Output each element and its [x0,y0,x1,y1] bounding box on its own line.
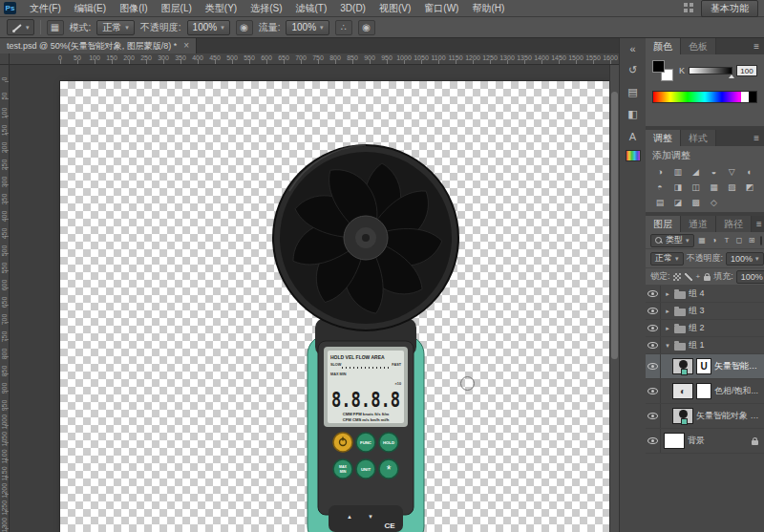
expand-caret-icon[interactable]: ▸ [664,308,671,315]
visibility-toggle[interactable] [646,354,661,378]
properties-panel-icon[interactable]: ▤ [624,84,643,100]
brush-panel-toggle-icon[interactable]: ▦ [47,20,64,35]
layer-name[interactable]: 背景 [688,435,745,447]
layer-filter-type-select[interactable]: 类型 ▾ [650,234,694,247]
vibrance-icon[interactable]: ▽ [723,164,740,179]
color-lookup-icon[interactable]: ▨ [723,180,740,194]
layer-mask-thumbnail[interactable]: U [696,358,711,374]
lock-position-icon[interactable]: + [696,273,701,281]
layer-name[interactable]: 矢量智能对... [714,360,764,372]
k-channel-slider[interactable] [689,67,732,74]
tab-color-1[interactable]: 颜色 [646,38,681,54]
gradient-map-icon[interactable]: ▩ [688,195,705,209]
layer-name[interactable]: 组 2 [689,322,764,334]
posterize-icon[interactable]: ▤ [651,195,668,209]
layer-row-smart-object-copy[interactable]: 矢量智能对象 拷贝 7 [646,404,764,429]
document-tab[interactable]: test.psd @ 50%(矢量智能对象, 图层蒙版/8) * × [0,38,197,53]
menu-item[interactable]: 选择(S) [244,0,288,17]
layer-name[interactable]: 组 1 [689,339,764,351]
menu-item[interactable]: 编辑(E) [68,0,113,17]
layer-filter-toggle[interactable] [760,236,762,245]
tab-color-2[interactable]: 色板 [681,38,716,54]
canvas-pasteboard[interactable]: HOLD VEL FLOW AREA SLOW FAST MAX MIN ×10… [10,65,619,532]
panel-menu-icon[interactable]: ≡ [752,216,764,232]
slider-handle-icon[interactable] [729,74,734,78]
layer-row-group-2[interactable]: ▸ 组 2 [646,320,764,337]
visibility-toggle[interactable] [646,320,661,336]
visibility-toggle[interactable] [646,337,661,353]
collapse-caret-icon[interactable]: ▾ [664,342,671,350]
menu-item[interactable]: 图像(I) [113,0,154,17]
black-white-icon[interactable]: ◨ [669,180,687,194]
layer-thumbnail[interactable] [672,358,693,374]
expand-panels-icon[interactable]: « [624,40,643,56]
layer-blend-mode-select[interactable]: 正常 ▾ [650,252,684,266]
visibility-toggle[interactable] [646,429,661,453]
tool-preset-picker[interactable]: ▾ [7,19,34,35]
expand-caret-icon[interactable]: ▸ [664,290,671,298]
menu-item[interactable]: 文件(F) [23,0,68,17]
tab-adjust-1[interactable]: 调整 [646,130,681,146]
visibility-toggle[interactable] [646,303,661,319]
menu-item[interactable]: 图层(L) [155,0,199,17]
threshold-icon[interactable]: ◪ [669,195,687,209]
foreground-color-swatch[interactable] [652,60,665,73]
hue-saturation-icon[interactable]: ◐ [741,164,758,179]
layer-name[interactable]: 矢量智能对象 拷贝 7 [696,410,764,422]
menu-item[interactable]: 窗口(W) [417,0,465,17]
airbrush-icon[interactable]: ∴ [335,20,352,35]
lock-all-icon[interactable] [704,276,711,281]
menu-item[interactable]: 视图(V) [372,0,417,17]
filter-type-layers-icon[interactable]: T [722,234,732,246]
tab-layers-2[interactable]: 通道 [681,216,716,232]
info-panel-icon[interactable]: ◧ [624,106,643,122]
pressure-size-icon[interactable]: ◉ [358,20,375,35]
visibility-toggle[interactable] [646,379,661,403]
layer-thumbnail[interactable] [664,433,685,449]
app-logo-icon[interactable]: Ps [4,2,16,14]
filter-shape-layers-icon[interactable]: ◻ [734,234,745,246]
tab-adjust-2[interactable]: 样式 [681,130,716,146]
character-panel-icon[interactable]: A [624,128,643,144]
curves-icon[interactable]: ◢ [688,164,705,179]
workspace-grid-icon[interactable] [684,3,694,13]
menu-item[interactable]: 滤镜(T) [289,0,334,17]
menu-item[interactable]: 帮助(H) [465,0,511,17]
panel-menu-icon[interactable]: ≡ [749,130,764,146]
levels-icon[interactable]: ▥ [669,164,687,179]
photo-filter-icon[interactable]: ◫ [688,180,705,194]
exposure-icon[interactable]: ◒ [706,164,723,179]
filter-pixel-layers-icon[interactable]: ▦ [697,234,708,246]
filter-adjustment-layers-icon[interactable]: ◑ [710,234,720,246]
layer-mask-thumbnail[interactable] [696,383,711,399]
brush-mode-select[interactable]: 正常 ▾ [96,20,135,35]
menu-item[interactable]: 3D(D) [333,0,372,17]
channel-mixer-icon[interactable]: ▦ [706,180,723,194]
layer-row-group-4[interactable]: ▸ 组 4 [646,286,764,303]
layer-row-group-1[interactable]: ▾ 组 1 [646,337,764,354]
brightness-contrast-icon[interactable]: ◑ [651,164,668,179]
close-icon[interactable]: × [183,41,189,51]
document-canvas[interactable]: HOLD VEL FLOW AREA SLOW FAST MAX MIN ×10… [60,81,609,532]
scrollbar-thumb[interactable] [611,92,618,359]
flow-input[interactable]: 100% ▾ [286,20,329,35]
vertical-ruler[interactable]: 0501001502002503003504004505005506006507… [0,65,10,532]
panel-menu-icon[interactable]: ≡ [749,38,764,54]
history-panel-icon[interactable]: ↺ [624,62,643,78]
layer-row-hue-saturation[interactable]: ◐ 色相/饱和... [646,379,764,404]
pressure-opacity-icon[interactable]: ◉ [236,20,253,35]
black-swatch[interactable] [749,92,756,102]
color-balance-icon[interactable]: ◓ [651,180,668,194]
layer-row-smart-object[interactable]: U 矢量智能对... [646,354,764,379]
horizontal-ruler[interactable]: 0501001502002503003504004505005506006507… [0,53,619,65]
lock-transparency-icon[interactable] [673,273,681,281]
tab-layers-3[interactable]: 路径 [716,216,752,232]
vertical-scrollbar[interactable] [609,65,619,532]
foreground-background-swatches[interactable] [652,60,673,81]
invert-icon[interactable]: ◩ [741,180,758,194]
tab-layers-1[interactable]: 图层 [646,216,681,232]
visibility-toggle[interactable] [646,404,661,428]
layer-fill-input[interactable]: 100% ▾ [736,270,764,284]
lock-pixels-icon[interactable] [685,273,692,281]
layer-name[interactable]: 色相/饱和... [714,385,764,397]
